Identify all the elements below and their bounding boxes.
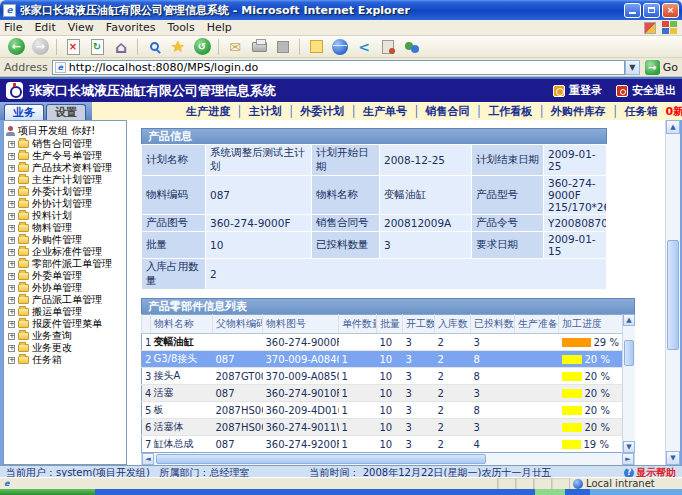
expand-plus-icon[interactable]: + — [8, 345, 15, 352]
taskbar-button[interactable] — [535, 489, 565, 495]
menu-help[interactable]: Help — [207, 21, 232, 34]
nav-item-6[interactable]: 工作看板 — [488, 104, 532, 119]
menu-view[interactable]: View — [68, 21, 94, 34]
field-label: 计划结束日期 — [472, 145, 544, 176]
expand-plus-icon[interactable]: + — [8, 213, 15, 220]
stop-icon[interactable]: × — [62, 37, 84, 57]
expand-plus-icon[interactable]: + — [8, 309, 15, 316]
maximize-button[interactable] — [643, 3, 660, 18]
tree-root-user: 项目开发组 你好! — [6, 123, 126, 138]
scroll-down-arrow[interactable]: ▼ — [666, 451, 680, 465]
expand-plus-icon[interactable]: + — [8, 297, 15, 304]
close-button[interactable]: × — [662, 3, 679, 18]
expand-plus-icon[interactable]: + — [8, 141, 15, 148]
scroll-right-arrow[interactable]: ► — [622, 453, 634, 465]
forward-icon[interactable]: → — [29, 37, 51, 57]
parts-row[interactable]: 2G3/8接头087370-009-A084011032820 % — [142, 351, 635, 368]
mail-icon[interactable]: ✉ — [224, 37, 246, 57]
expand-plus-icon[interactable]: + — [8, 177, 15, 184]
expand-plus-icon[interactable]: + — [8, 189, 15, 196]
expand-plus-icon[interactable]: + — [8, 249, 15, 256]
msn-icon[interactable]: < — [353, 37, 375, 57]
logout-button[interactable]: 安全退出 — [616, 83, 676, 98]
search-icon[interactable] — [143, 37, 165, 57]
app-title: 张家口长城液压油缸有限公司管理信息系统 — [29, 82, 539, 100]
expand-plus-icon[interactable]: + — [8, 321, 15, 328]
refresh-icon[interactable]: ↻ — [86, 37, 108, 57]
expand-plus-icon[interactable]: + — [8, 153, 15, 160]
scroll-left-arrow[interactable]: ◄ — [142, 453, 154, 465]
expand-plus-icon[interactable]: + — [8, 285, 15, 292]
nav-bar: 生产进度│主计划│外委计划│生产单号│销售合同│工作看板│外购件库存│任务箱0新… — [92, 102, 682, 120]
page-vertical-scrollbar[interactable]: ▲ ▼ — [665, 120, 680, 465]
expand-plus-icon[interactable]: + — [8, 165, 15, 172]
print-icon[interactable] — [248, 37, 270, 57]
scroll-up-arrow[interactable]: ▲ — [666, 120, 680, 134]
parts-row[interactable]: 5板2087HS002360-209-4D01011032820 % — [142, 402, 635, 419]
field-value: 360-274-9000F 215/170*2642 — [544, 176, 607, 215]
folder-icon — [18, 188, 29, 196]
tree-item[interactable]: +任务箱 — [6, 354, 126, 366]
history-icon[interactable]: ↺ — [191, 37, 213, 57]
back-icon[interactable]: ← — [5, 37, 27, 57]
expand-plus-icon[interactable]: + — [8, 273, 15, 280]
nav-item-1[interactable]: 生产进度 — [186, 104, 230, 119]
nav-item-4[interactable]: 生产单号 — [363, 104, 407, 119]
edit-icon[interactable] — [272, 37, 294, 57]
tree-item[interactable]: +业务更改 — [6, 342, 126, 354]
cell: 3 — [403, 436, 435, 453]
expand-plus-icon[interactable]: + — [8, 357, 15, 364]
parts-vertical-scrollbar[interactable]: ▲ ▼ — [622, 314, 635, 453]
nav-item-7[interactable]: 外购件库存 — [551, 104, 606, 119]
scroll-thumb[interactable] — [624, 340, 634, 366]
messenger-icon[interactable] — [401, 37, 423, 57]
parts-horizontal-scrollbar[interactable]: ◄ ► — [141, 453, 635, 465]
go-arrow-icon: → — [645, 60, 660, 75]
expand-plus-icon[interactable]: + — [8, 237, 15, 244]
scroll-up-arrow[interactable]: ▲ — [623, 314, 635, 326]
menu-favorites[interactable]: Favorites — [106, 21, 156, 34]
scroll-thumb[interactable] — [156, 454, 486, 464]
tab-业务[interactable]: 业务 — [4, 104, 44, 120]
address-input[interactable] — [69, 61, 622, 74]
menu-file[interactable]: File — [4, 21, 22, 34]
research-icon[interactable] — [377, 37, 399, 57]
nav-item-2[interactable]: 主计划 — [249, 104, 282, 119]
parts-row[interactable]: 3接头A2087GT002370-009-A085011032820 % — [142, 368, 635, 385]
parts-row[interactable]: 1变幅油缸360-274-9000F1032329 % — [142, 334, 635, 351]
row-number: 2 — [142, 351, 151, 368]
minimize-button[interactable] — [624, 3, 641, 18]
parts-row[interactable]: 6活塞体2087HS002360-274-9011W11032320 % — [142, 419, 635, 436]
folder-icon — [18, 140, 29, 148]
start-button[interactable] — [0, 489, 95, 495]
menu-edit[interactable]: Edit — [34, 21, 55, 34]
expand-plus-icon[interactable]: + — [8, 201, 15, 208]
notes-icon[interactable] — [305, 37, 327, 57]
field-label: 已投料数量 — [312, 232, 380, 259]
page-favicon: e — [55, 62, 66, 73]
favorites-icon[interactable]: ★ — [167, 37, 189, 57]
nav-item-8[interactable]: 任务箱 — [624, 104, 657, 119]
nav-item-5[interactable]: 销售合同 — [426, 104, 470, 119]
cell: 3 — [403, 351, 435, 368]
expand-plus-icon[interactable]: + — [8, 261, 15, 268]
field-value: 200812009A — [380, 215, 472, 232]
scroll-down-arrow[interactable]: ▼ — [623, 441, 635, 453]
home-icon[interactable]: ⌂ — [110, 37, 132, 57]
nav-item-3[interactable]: 外委计划 — [300, 104, 344, 119]
search-icon — [150, 42, 159, 51]
go-button[interactable]: → Go — [645, 60, 678, 75]
parts-row[interactable]: 7缸体总成087360-274-9200F11032419 % — [142, 436, 635, 453]
expand-plus-icon[interactable]: + — [8, 333, 15, 340]
scroll-thumb[interactable] — [667, 240, 679, 350]
cell — [515, 351, 559, 368]
expand-plus-icon[interactable]: + — [8, 225, 15, 232]
parts-row[interactable]: 4活塞087360-274-9010F11032320 % — [142, 385, 635, 402]
menu-tools[interactable]: Tools — [168, 21, 195, 34]
cell — [515, 368, 559, 385]
relogin-button[interactable]: 重登录 — [553, 83, 602, 98]
tab-设置[interactable]: 设置 — [46, 104, 86, 120]
browser-globe-icon[interactable] — [329, 37, 351, 57]
column-header: 物料图号 — [263, 315, 339, 334]
address-dropdown-button[interactable]: ▼ — [625, 60, 640, 75]
